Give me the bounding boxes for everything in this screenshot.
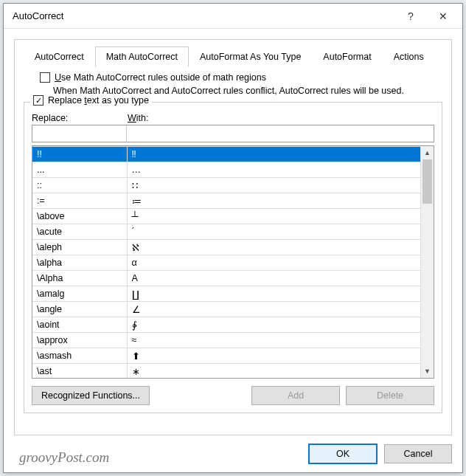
scroll-up-icon[interactable]: ▲ <box>421 146 434 159</box>
checkbox-replace-label: Replace text as you type <box>48 95 149 106</box>
content-area: AutoCorrect Math AutoCorrect AutoFormat … <box>4 29 462 435</box>
replace-cell: \ast <box>32 364 127 379</box>
replace-cell: \angle <box>32 302 127 317</box>
with-cell: ∐ <box>127 286 420 302</box>
replace-cell: \aleph <box>32 240 127 255</box>
table-row[interactable]: \alephℵ <box>32 240 420 255</box>
replace-cell: ... <box>32 162 127 178</box>
table-row[interactable]: \amalg∐ <box>32 286 420 302</box>
window-title: AutoCorrect <box>13 10 394 21</box>
table-row[interactable]: \approx≈ <box>32 333 420 348</box>
replace-cell: \acute <box>32 224 127 240</box>
with-cell: Α <box>127 271 420 286</box>
tab-autoformat-as-you-type[interactable]: AutoFormat As You Type <box>189 46 312 67</box>
with-cell: ∠ <box>127 302 420 317</box>
titlebar: AutoCorrect ? ✕ <box>4 4 462 29</box>
scroll-down-icon[interactable]: ▼ <box>421 365 434 378</box>
delete-button[interactable]: Delete <box>346 386 434 405</box>
replace-legend[interactable]: ✓ Replace text as you type <box>30 95 152 106</box>
cancel-button[interactable]: Cancel <box>384 444 452 463</box>
checkbox-replace[interactable]: ✓ <box>33 95 44 106</box>
replace-cell: \Alpha <box>32 271 127 286</box>
with-input[interactable] <box>127 125 434 142</box>
with-cell: ≈ <box>127 333 420 348</box>
replace-cell: \above <box>32 209 127 224</box>
checkbox-use-outside-label: Use Math AutoCorrect rules outside of ma… <box>55 72 266 83</box>
list-body[interactable]: !!‼...…::∷:=≔\above┴\acute´\alephℵ\alpha… <box>32 146 420 378</box>
replace-fieldset: ✓ Replace text as you type Replace: With… <box>24 102 442 413</box>
replace-cell: := <box>32 193 127 209</box>
replace-cell: :: <box>32 178 127 193</box>
tab-autocorrect[interactable]: AutoCorrect <box>24 46 95 67</box>
table-row[interactable]: ::∷ <box>32 178 420 193</box>
with-cell: ´ <box>127 224 420 240</box>
replace-input[interactable] <box>32 125 127 142</box>
with-cell: ℵ <box>127 240 420 255</box>
close-button[interactable]: ✕ <box>427 5 459 27</box>
with-cell: α <box>127 255 420 271</box>
table-row[interactable]: \aoint∳ <box>32 317 420 333</box>
replace-cell: !! <box>32 147 127 162</box>
checkbox-use-outside[interactable] <box>40 72 50 83</box>
with-cell: ┴ <box>127 209 420 224</box>
with-label: With: <box>128 113 149 123</box>
table-row[interactable]: \asmash⬆ <box>32 348 420 364</box>
replace-cell: \alpha <box>32 255 127 271</box>
replace-cell: \approx <box>32 333 127 348</box>
table-row[interactable]: \AlphaΑ <box>32 271 420 286</box>
tab-frame: AutoCorrect Math AutoCorrect AutoFormat … <box>14 39 452 435</box>
with-cell: ‼ <box>127 147 420 162</box>
recognized-functions-button[interactable]: Recognized Functions... <box>32 386 150 405</box>
help-button[interactable]: ? <box>394 5 427 27</box>
tab-actions[interactable]: Actions <box>383 46 435 67</box>
with-cell: ∳ <box>127 317 420 333</box>
table-row[interactable]: \angle∠ <box>32 302 420 317</box>
replace-cell: \asmash <box>32 348 127 364</box>
with-cell: ⬆ <box>127 348 420 364</box>
replace-cell: \amalg <box>32 286 127 302</box>
table-row[interactable]: \acute´ <box>32 224 420 240</box>
column-labels: Replace: With: <box>32 113 434 123</box>
tab-math-autocorrect[interactable]: Math AutoCorrect <box>95 46 189 67</box>
scrollbar[interactable]: ▲ ▼ <box>420 146 434 378</box>
tabstrip: AutoCorrect Math AutoCorrect AutoFormat … <box>24 46 442 67</box>
table-row[interactable]: \above┴ <box>32 209 420 224</box>
table-row[interactable]: \alphaα <box>32 255 420 271</box>
with-cell: ≔ <box>127 193 420 209</box>
input-row <box>32 125 434 142</box>
dialog-footer: OK Cancel <box>4 435 462 472</box>
tab-autoformat[interactable]: AutoFormat <box>312 46 382 67</box>
replacements-list: !!‼...…::∷:=≔\above┴\acute´\alephℵ\alpha… <box>32 145 434 379</box>
table-row[interactable]: !!‼ <box>32 147 420 162</box>
dialog-window: AutoCorrect ? ✕ AutoCorrect Math AutoCor… <box>3 3 463 473</box>
conflict-note: When Math AutoCorrect and AutoCorrect ru… <box>53 86 442 96</box>
with-cell: ∷ <box>127 178 420 193</box>
table-row[interactable]: ...… <box>32 162 420 178</box>
ok-button[interactable]: OK <box>309 444 377 463</box>
replace-label: Replace: <box>32 113 128 123</box>
with-cell: ∗ <box>127 364 420 379</box>
table-row[interactable]: :=≔ <box>32 193 420 209</box>
table-row[interactable]: \ast∗ <box>32 364 420 379</box>
with-cell: … <box>127 162 420 178</box>
checkbox-use-outside-row[interactable]: Use Math AutoCorrect rules outside of ma… <box>40 72 442 83</box>
add-button[interactable]: Add <box>251 386 340 405</box>
replace-cell: \aoint <box>32 317 127 333</box>
fieldset-buttons: Recognized Functions... Add Delete <box>32 386 434 405</box>
scroll-thumb[interactable] <box>422 159 432 204</box>
